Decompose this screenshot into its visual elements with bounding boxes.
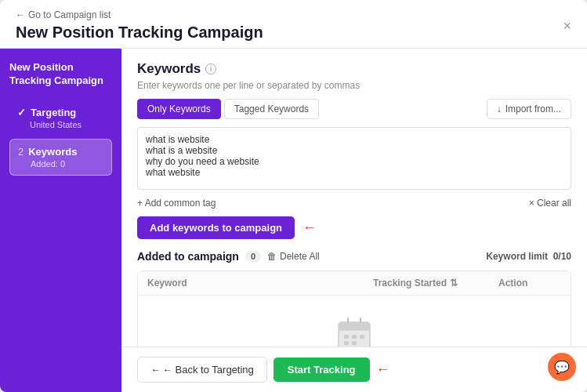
keywords-table: Keyword Tracking Started ⇅ Action [137,270,571,347]
sidebar-item-keywords[interactable]: 2 Keywords Added: 0 [9,139,112,176]
sort-icon: ⇅ [450,278,458,289]
checkmark-icon: ✓ [17,107,26,118]
targeting-sub: United States [17,120,104,129]
svg-rect-1 [339,322,370,330]
import-icon: ↓ [497,103,502,114]
svg-rect-8 [344,341,349,345]
back-to-campaign-link[interactable]: ← Go to Campaign list [16,9,263,20]
calendar-icon [334,314,375,347]
keywords-textarea[interactable]: what is website what is a website why do… [137,127,571,190]
content-area: Keywords i Enter keywords one per line o… [121,49,587,392]
sidebar-item-targeting[interactable]: ✓ Targeting United States [9,100,112,136]
svg-rect-6 [352,335,357,339]
modal-container: ← Go to Campaign list New Position Track… [0,0,587,392]
back-icon: ← [150,364,161,376]
col-action-header: Action [498,278,561,289]
back-arrow-icon: ← [16,9,25,20]
delete-all-button[interactable]: 🗑 Delete All [267,251,320,262]
page-title: New Position Tracking Campaign [16,24,263,42]
added-title: Added to campaign 0 🗑 Delete All [137,250,320,263]
empty-state: No keywords added yet i [138,296,571,347]
step-number: 2 [18,146,24,158]
col-tracking-header: Tracking Started ⇅ [373,278,498,289]
start-tracking-button[interactable]: Start Tracking [274,358,370,382]
added-section-header: Added to campaign 0 🗑 Delete All Keyword… [137,250,571,263]
table-header: Keyword Tracking Started ⇅ Action [138,271,571,296]
keyword-limit: Keyword limit 0/10 [486,251,571,262]
keywords-sub: Added: 0 [18,159,103,169]
modal-header: ← Go to Campaign list New Position Track… [0,0,587,49]
footer-left: ← ← Back to Targeting Start Tracking ← [137,357,390,383]
add-keywords-arrow: ← [303,220,317,236]
content-inner: Keywords i Enter keywords one per line o… [121,49,587,347]
start-tracking-arrow: ← [376,361,390,378]
clear-all-link[interactable]: × Clear all [529,198,571,209]
trash-icon: 🗑 [267,251,277,262]
import-button[interactable]: ↓ Import from... [487,99,571,119]
add-keywords-row: Add keywords to campaign ← [137,216,571,239]
modal-footer: ← ← Back to Targeting Start Tracking ← [121,347,587,392]
info-icon: i [205,64,216,74]
sidebar: New Position Tracking Campaign ✓ Targeti… [0,49,121,392]
svg-rect-9 [352,341,357,345]
added-count: 0 [245,251,261,262]
tab-only-keywords[interactable]: Only Keywords [137,99,221,119]
add-tag-link[interactable]: + Add common tag [137,198,216,209]
svg-rect-5 [344,335,349,339]
chat-bubble[interactable]: 💬 [548,353,576,381]
svg-rect-7 [360,335,364,339]
section-title: Keywords i [137,61,571,77]
col-keyword-header: Keyword [147,278,373,289]
close-button[interactable]: × [563,19,571,33]
back-to-targeting-button[interactable]: ← ← Back to Targeting [137,357,267,383]
tabs-left: Only Keywords Tagged Keywords [137,99,319,119]
add-keywords-button[interactable]: Add keywords to campaign [137,216,295,239]
tabs-row: Only Keywords Tagged Keywords ↓ Import f… [137,99,571,119]
chat-icon: 💬 [554,360,570,375]
modal-body: New Position Tracking Campaign ✓ Targeti… [0,49,587,392]
sidebar-title: New Position Tracking Campaign [9,61,112,88]
tag-row: + Add common tag × Clear all [137,198,571,209]
section-subtitle: Enter keywords one per line or separated… [137,80,571,91]
tab-tagged-keywords[interactable]: Tagged Keywords [224,99,319,119]
